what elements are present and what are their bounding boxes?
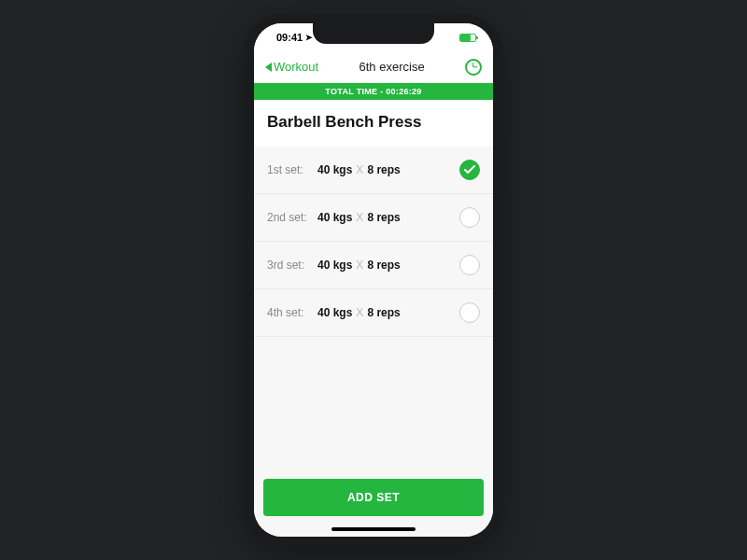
side-button-vol-up (242, 145, 245, 182)
clock-icon[interactable] (465, 59, 482, 76)
set-label: 3rd set: (267, 259, 317, 272)
set-weight: 40 kgs (317, 163, 352, 176)
set-reps: 8 reps (367, 259, 400, 272)
check-circle[interactable] (459, 255, 480, 275)
set-label: 1st set: (267, 163, 317, 176)
notch (313, 23, 434, 44)
side-button-right (502, 135, 505, 191)
nav-title: 6th exercise (359, 60, 425, 74)
set-row: 2nd set:40 kgsX8 reps (254, 194, 493, 242)
x-separator: X (356, 306, 363, 319)
home-indicator (331, 527, 416, 531)
back-label: Workout (274, 60, 318, 74)
nav-bar: Workout 6th exercise (254, 51, 493, 83)
side-button-mute (242, 107, 245, 130)
set-values: 40 kgsX8 reps (317, 259, 459, 272)
chevron-left-icon (265, 63, 272, 72)
set-row: 4th set:40 kgsX8 reps (254, 289, 493, 337)
back-button[interactable]: Workout (265, 60, 318, 74)
side-button-vol-down (242, 191, 245, 229)
x-separator: X (356, 163, 363, 176)
set-row: 1st set:40 kgsX8 reps (254, 147, 493, 194)
screen: 09:41 ➤ Workout 6th exercise TOTAL TIME … (254, 23, 493, 537)
set-label: 4th set: (267, 306, 317, 319)
set-weight: 40 kgs (317, 211, 352, 224)
set-reps: 8 reps (367, 306, 400, 319)
status-time: 09:41 (276, 32, 303, 43)
set-values: 40 kgsX8 reps (317, 163, 459, 176)
check-icon[interactable] (459, 160, 480, 180)
set-label: 2nd set: (267, 211, 317, 224)
location-icon: ➤ (305, 33, 313, 42)
set-reps: 8 reps (367, 163, 400, 176)
add-set-button[interactable]: ADD SET (263, 479, 484, 516)
set-weight: 40 kgs (317, 306, 352, 319)
check-circle[interactable] (459, 207, 480, 228)
battery-icon (459, 34, 476, 42)
timer-bar: TOTAL TIME - 00:26:29 (254, 83, 493, 100)
x-separator: X (356, 259, 363, 272)
check-circle[interactable] (459, 302, 480, 323)
sets-list: 1st set:40 kgsX8 reps2nd set:40 kgsX8 re… (254, 147, 493, 469)
device-frame: 09:41 ➤ Workout 6th exercise TOTAL TIME … (245, 14, 502, 546)
set-weight: 40 kgs (317, 259, 352, 272)
x-separator: X (356, 211, 363, 224)
set-values: 40 kgsX8 reps (317, 306, 459, 319)
set-values: 40 kgsX8 reps (317, 211, 459, 224)
set-reps: 8 reps (367, 211, 400, 224)
exercise-title: Barbell Bench Press (254, 100, 493, 147)
set-row: 3rd set:40 kgsX8 reps (254, 242, 493, 289)
